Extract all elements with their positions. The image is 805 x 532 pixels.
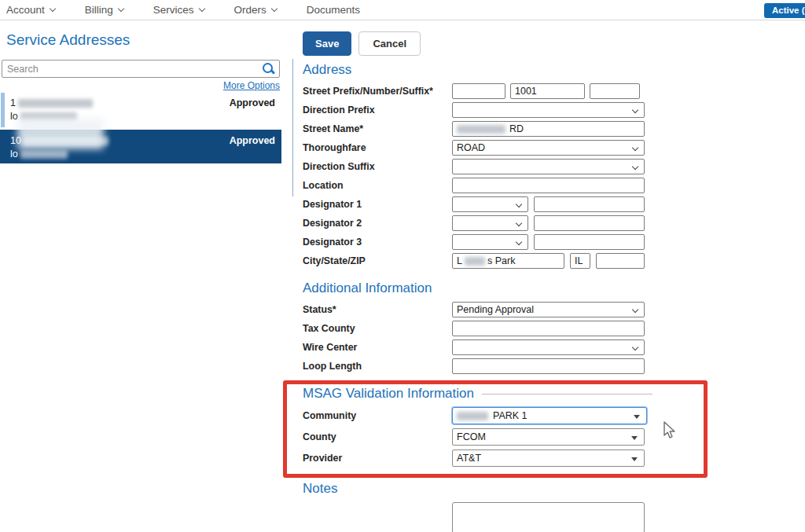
chevron-down-icon: [632, 107, 638, 113]
nav-services[interactable]: Services: [153, 4, 204, 16]
designator3-select[interactable]: [452, 234, 528, 250]
nav-orders[interactable]: Orders: [234, 4, 277, 16]
more-options-link[interactable]: More Options: [0, 80, 280, 91]
address-list-item[interactable]: 1 lo Approved: [0, 92, 281, 130]
cancel-button[interactable]: Cancel: [358, 31, 421, 56]
field-label: Direction Prefix: [303, 105, 452, 116]
nav-billing[interactable]: Billing: [85, 4, 123, 16]
search-placeholder: Search: [7, 64, 263, 75]
top-nav: Account Billing Services Orders Document…: [0, 0, 805, 20]
address-list-item-selected[interactable]: 10 lo Approved: [0, 130, 281, 163]
street-number-input[interactable]: 1001: [510, 83, 585, 99]
field-label: Designator 2: [303, 218, 452, 229]
field-label: City/State/ZIP: [303, 255, 452, 266]
chevron-down-icon: [516, 201, 522, 207]
street-name-input[interactable]: RD: [452, 121, 645, 137]
chevron-down-icon: [516, 220, 522, 226]
loop-length-input[interactable]: [452, 358, 645, 374]
designator1-select[interactable]: [452, 196, 528, 212]
chevron-down-icon: [118, 6, 124, 12]
form-row-notes: [303, 502, 652, 532]
designator2-input[interactable]: [534, 215, 645, 231]
triangle-down-icon: [634, 415, 640, 419]
mouse-cursor-icon: [663, 421, 677, 443]
thoroughfare-select[interactable]: ROAD: [452, 140, 645, 156]
form-row-street-pns: Street Prefix/Number/Suffix* 1001: [303, 83, 652, 99]
msag-heading: MSAG Validation Information: [303, 385, 652, 402]
triangle-down-icon: [631, 436, 638, 440]
field-label: Thoroughfare: [303, 142, 452, 153]
field-label: Direction Suffix: [303, 161, 452, 172]
location-input[interactable]: [452, 178, 645, 193]
nav-documents-label: Documents: [307, 4, 360, 16]
item-line2: lo: [10, 110, 275, 123]
county-select[interactable]: FCOM: [452, 428, 645, 446]
nav-account-label: Account: [6, 4, 45, 16]
section-divider: [292, 59, 293, 196]
form-row-street-name: Street Name* RD: [303, 121, 652, 137]
state-input[interactable]: IL: [570, 253, 590, 269]
field-label: Street Name*: [303, 123, 452, 134]
redacted-text: [457, 125, 505, 134]
field-label: Street Prefix/Number/Suffix*: [303, 86, 452, 97]
additional-info-heading: Additional Information: [303, 280, 652, 297]
form-row-community: Community PARK 1: [303, 407, 652, 424]
designator2-select[interactable]: [452, 215, 528, 231]
field-label: Provider: [303, 453, 452, 464]
heading-rule: [482, 394, 652, 394]
form-row-city-state-zip: City/State/ZIP L s Park IL: [303, 253, 652, 269]
street-suffix-input[interactable]: [590, 83, 640, 99]
nav-documents[interactable]: Documents: [307, 4, 360, 16]
address-form: Save Cancel Address Street Prefix/Number…: [303, 31, 652, 532]
form-row-thoroughfare: Thoroughfare ROAD: [303, 140, 652, 156]
designator3-input[interactable]: [534, 234, 645, 250]
form-row-loop-length: Loop Length: [303, 358, 652, 374]
redacted-text: [20, 112, 77, 121]
nav-account[interactable]: Account: [6, 4, 55, 16]
notes-textarea[interactable]: [452, 502, 645, 532]
chevron-down-icon: [632, 306, 638, 313]
form-row-designator3: Designator 3: [303, 234, 652, 250]
save-button[interactable]: Save: [303, 31, 351, 56]
triangle-down-icon: [631, 457, 638, 461]
form-row-designator1: Designator 1: [303, 196, 652, 212]
tax-county-input[interactable]: [452, 321, 645, 336]
direction-prefix-select[interactable]: [452, 102, 645, 118]
chevron-down-icon: [271, 6, 278, 12]
field-label: Designator 1: [303, 199, 452, 210]
field-label: Community: [303, 410, 452, 421]
status-select[interactable]: Pending Approval: [452, 302, 645, 317]
search-icon[interactable]: [263, 63, 274, 75]
form-row-tax-county: Tax County: [303, 321, 652, 336]
page-title: Service Addresses: [6, 31, 130, 49]
search-input[interactable]: Search: [2, 60, 280, 78]
nav-orders-label: Orders: [234, 4, 266, 16]
field-label: Loop Length: [303, 361, 452, 372]
notes-rows: [303, 502, 652, 532]
chevron-down-icon: [632, 163, 638, 170]
city-input[interactable]: L s Park: [452, 253, 564, 269]
nav-services-label: Services: [153, 4, 194, 16]
form-row-county: County FCOM: [303, 428, 652, 446]
designator1-input[interactable]: [534, 196, 645, 212]
wire-center-select[interactable]: [452, 339, 645, 355]
community-select[interactable]: PARK 1: [452, 407, 647, 424]
status-label: Approved: [230, 97, 275, 108]
nav-billing-label: Billing: [85, 4, 113, 16]
additional-info-rows: Status* Pending Approval Tax County Wire…: [303, 302, 652, 374]
item-line2: lo: [10, 148, 275, 161]
form-row-direction-prefix: Direction Prefix: [303, 102, 652, 118]
zip-input[interactable]: [596, 253, 645, 269]
chevron-down-icon: [50, 6, 56, 12]
provider-select[interactable]: AT&T: [452, 449, 645, 467]
street-prefix-input[interactable]: [452, 83, 505, 99]
form-row-location: Location: [303, 178, 652, 193]
direction-suffix-select[interactable]: [452, 159, 645, 174]
status-badge[interactable]: Active (Bi: [764, 3, 805, 18]
redacted-text: [20, 150, 68, 159]
form-row-designator2: Designator 2: [303, 215, 652, 231]
form-row-direction-suffix: Direction Suffix: [303, 159, 652, 174]
chevron-down-icon: [632, 145, 638, 151]
form-row-wire-center: Wire Center: [303, 339, 652, 355]
notes-heading: Notes: [303, 480, 652, 497]
